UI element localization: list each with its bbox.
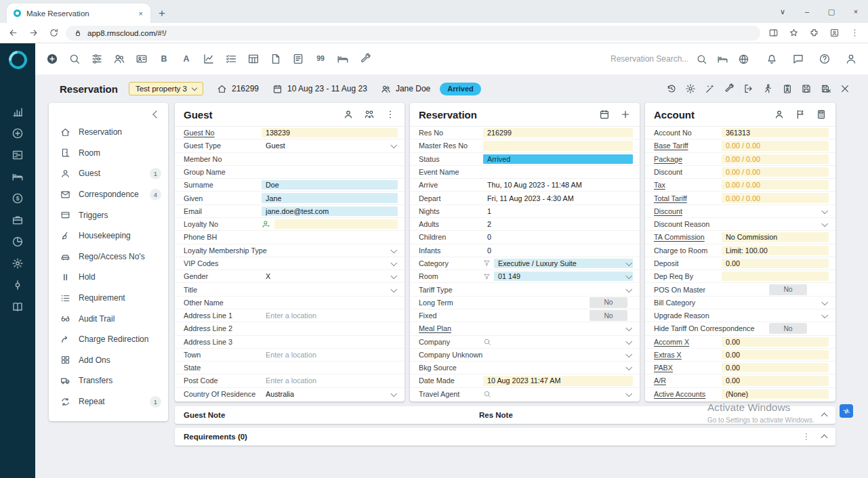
- chevron-down-icon[interactable]: [390, 286, 396, 292]
- signout-icon[interactable]: [743, 83, 754, 94]
- field-value[interactable]: [722, 207, 829, 216]
- sidebar-item-requirement[interactable]: Requirement: [49, 288, 168, 309]
- walk-icon[interactable]: [762, 83, 773, 94]
- arrow-right-icon[interactable]: [28, 28, 39, 38]
- grid-table-icon[interactable]: [247, 53, 260, 65]
- field-value[interactable]: No Commission: [722, 232, 829, 242]
- chat-icon[interactable]: [792, 53, 804, 65]
- sidebar-item-reservation[interactable]: Reservation: [49, 122, 168, 143]
- person-icon[interactable]: [845, 53, 857, 65]
- field-value[interactable]: No: [483, 311, 633, 320]
- field-value[interactable]: [262, 324, 398, 333]
- chevron-down-icon[interactable]: [390, 390, 396, 396]
- rms-logo-icon[interactable]: [5, 47, 30, 72]
- field-value[interactable]: [483, 284, 633, 294]
- sidebar-item-correspondence[interactable]: Correspondence4: [49, 184, 168, 205]
- field-value[interactable]: 0.00: [722, 259, 829, 268]
- field-value[interactable]: 0: [483, 246, 633, 255]
- tools-icon[interactable]: [724, 83, 735, 94]
- field-value[interactable]: 0: [483, 232, 633, 242]
- chevron-down-icon[interactable]: [625, 364, 632, 370]
- gear-icon[interactable]: [685, 83, 696, 94]
- field-value[interactable]: [722, 298, 829, 307]
- chevron-down-icon[interactable]: [625, 351, 632, 357]
- field-value[interactable]: 1: [483, 207, 633, 216]
- wand-icon[interactable]: [705, 83, 716, 94]
- field-value[interactable]: Australia: [262, 389, 398, 399]
- profile-icon[interactable]: [774, 109, 785, 120]
- field-value[interactable]: 2: [483, 219, 633, 229]
- field-value[interactable]: [262, 284, 398, 294]
- field-value[interactable]: [483, 141, 633, 150]
- search-icon[interactable]: [483, 338, 491, 346]
- field-value[interactable]: [262, 154, 398, 164]
- kebab-icon[interactable]: [802, 432, 811, 441]
- sidebar-item-charge-redirection[interactable]: Charge Redirection: [49, 329, 168, 350]
- field-label[interactable]: Discount: [654, 207, 722, 215]
- form-icon[interactable]: [292, 53, 304, 65]
- field-value[interactable]: [262, 246, 398, 255]
- kebab-icon[interactable]: [850, 28, 860, 38]
- field-value[interactable]: [722, 311, 829, 320]
- browser-tab[interactable]: Make Reservation ×: [7, 3, 150, 23]
- field-value[interactable]: No: [483, 298, 633, 307]
- reservation-search-input[interactable]: [609, 53, 689, 64]
- sidebar-item-add-ons[interactable]: Add Ons: [49, 350, 168, 371]
- booking-chart-icon[interactable]: [12, 149, 24, 161]
- filters-icon[interactable]: [91, 53, 103, 65]
- sidebar-item-transfers[interactable]: Transfers: [49, 370, 168, 391]
- extensions-icon[interactable]: [809, 28, 819, 38]
- stats-icon[interactable]: [12, 106, 24, 118]
- guest-note-section[interactable]: Guest Note: [184, 411, 479, 419]
- field-value[interactable]: [262, 167, 398, 177]
- field-value[interactable]: 01 149: [494, 271, 633, 281]
- field-value[interactable]: 0.00 / 0.00: [722, 167, 829, 177]
- side-panel-icon[interactable]: [768, 28, 779, 38]
- field-value[interactable]: 0.00: [722, 376, 829, 385]
- field-value[interactable]: 0.00 / 0.00: [722, 180, 829, 190]
- field-value[interactable]: 0.00 / 0.00: [722, 154, 829, 164]
- field-value[interactable]: Doe: [262, 180, 398, 190]
- funnel-icon[interactable]: [483, 259, 491, 267]
- sidebar-item-housekeeping[interactable]: Housekeeping: [49, 225, 168, 246]
- field-value[interactable]: X: [262, 271, 398, 281]
- sidebar-item-audit-trail[interactable]: Audit Trail: [49, 308, 168, 329]
- field-value[interactable]: 0.00 / 0.00: [722, 193, 829, 202]
- calculator-icon[interactable]: [816, 109, 827, 120]
- guest-card-icon[interactable]: [136, 53, 148, 65]
- profile-icon[interactable]: [343, 109, 354, 120]
- field-label[interactable]: Base Tariff: [654, 142, 722, 150]
- close-x-icon[interactable]: [840, 83, 850, 94]
- field-value[interactable]: 361313: [722, 128, 829, 137]
- side-panel-toggle[interactable]: [840, 404, 853, 418]
- save-x-icon[interactable]: [821, 83, 831, 94]
- briefcase-icon[interactable]: [12, 214, 24, 226]
- star-icon[interactable]: [789, 28, 799, 38]
- field-value[interactable]: [483, 363, 633, 372]
- field-label[interactable]: Extras X: [654, 351, 722, 359]
- field-value[interactable]: 0.00: [722, 337, 829, 347]
- chevron-up-icon[interactable]: [821, 435, 828, 441]
- letter-a-icon[interactable]: A: [180, 53, 192, 65]
- field-label[interactable]: Tax: [654, 181, 722, 189]
- letter-b-icon[interactable]: B: [158, 53, 170, 65]
- field-value[interactable]: Thu, 10 Aug 2023 - 11:48 AM: [483, 180, 633, 190]
- sidebar-item-room[interactable]: Room: [49, 143, 168, 164]
- save-icon[interactable]: [801, 83, 812, 94]
- person-add-icon[interactable]: [262, 219, 271, 229]
- search-icon[interactable]: [696, 53, 707, 65]
- chevron-down-icon[interactable]: [390, 142, 396, 148]
- field-label[interactable]: Total Tariff: [654, 194, 722, 202]
- sidebar-item-guest[interactable]: Guest1: [49, 163, 168, 184]
- field-value[interactable]: [274, 219, 398, 229]
- chevron-down-icon[interactable]: [821, 207, 827, 213]
- sidebar-item-hold[interactable]: Hold: [49, 267, 168, 288]
- field-label[interactable]: Guest No: [184, 129, 262, 137]
- field-value[interactable]: [262, 232, 398, 242]
- field-value[interactable]: [262, 363, 398, 372]
- chevron-down-icon[interactable]: [625, 286, 632, 292]
- tab-search-button[interactable]: ∨: [770, 0, 795, 23]
- property-selector[interactable]: Test property 3: [129, 82, 203, 95]
- tools-icon[interactable]: [359, 53, 371, 65]
- field-value[interactable]: jane.doe@test.com: [262, 207, 398, 216]
